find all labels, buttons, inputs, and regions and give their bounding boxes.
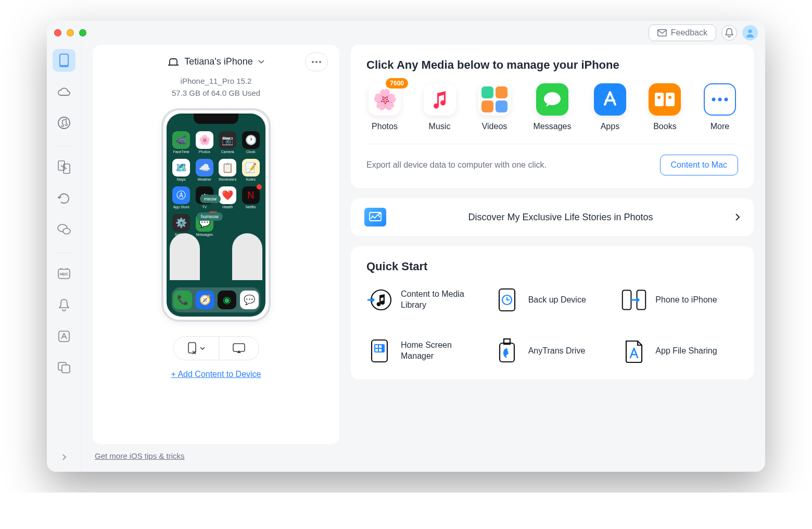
- airplay-icon: [233, 343, 245, 354]
- quick-content-library[interactable]: Content to Media Library: [366, 287, 484, 313]
- svg-point-8: [63, 229, 70, 234]
- sidebar-transfer[interactable]: [53, 156, 75, 179]
- media-card: Click Any Media below to manage your iPh…: [351, 45, 754, 188]
- sidebar: HEIC: [47, 45, 81, 472]
- chevron-down-icon: [200, 347, 205, 350]
- maximize-window[interactable]: [79, 29, 86, 36]
- sidebar-backup[interactable]: [53, 187, 75, 210]
- sidebar-media[interactable]: [53, 111, 75, 134]
- svg-rect-20: [666, 93, 675, 106]
- media-more[interactable]: More: [704, 83, 736, 131]
- device-actions: [173, 336, 259, 360]
- bubble-1: meow: [200, 195, 221, 203]
- media-apps[interactable]: Apps: [594, 83, 626, 131]
- svg-rect-19: [655, 93, 664, 106]
- close-window[interactable]: [54, 29, 61, 36]
- quick-app-file-sharing[interactable]: App File Sharing: [621, 338, 738, 364]
- sidebar-mirror[interactable]: [53, 356, 75, 379]
- media-music[interactable]: Music: [424, 83, 456, 131]
- user-icon: [745, 28, 755, 38]
- device-model: iPhone_11_Pro 15.2: [172, 75, 260, 87]
- svg-rect-18: [233, 344, 245, 351]
- bell-icon: [725, 28, 733, 37]
- svg-rect-31: [623, 290, 631, 309]
- mirror-button[interactable]: [219, 337, 259, 360]
- quick-anytrans-drive[interactable]: AnyTrans Drive: [494, 338, 611, 364]
- media-photos[interactable]: 🌸7600 Photos: [369, 83, 401, 131]
- quick-phone-to-phone[interactable]: Phone to iPhone: [621, 287, 738, 313]
- svg-rect-35: [375, 345, 378, 348]
- discover-icon: [364, 208, 386, 226]
- discover-text: Discover My Exclusive Life Stories in Ph…: [396, 212, 726, 223]
- avatar-button[interactable]: [742, 25, 758, 41]
- svg-point-27: [378, 212, 380, 215]
- svg-rect-0: [658, 30, 666, 36]
- minimize-window[interactable]: [67, 29, 74, 36]
- svg-rect-11: [59, 331, 69, 342]
- chevron-right-icon: [735, 213, 740, 221]
- device-storage: 57.3 GB of 64.0 GB Used: [172, 87, 260, 99]
- svg-point-14: [312, 61, 314, 63]
- feedback-label: Feedback: [671, 28, 707, 37]
- svg-rect-36: [379, 345, 382, 348]
- photos-badge: 7600: [386, 78, 408, 89]
- svg-point-25: [724, 98, 728, 102]
- svg-point-1: [748, 30, 752, 33]
- device-more-button[interactable]: [305, 53, 328, 71]
- sidebar-device[interactable]: [53, 49, 75, 72]
- quick-start-title: Quick Start: [366, 260, 738, 273]
- svg-rect-37: [375, 349, 378, 351]
- svg-rect-13: [62, 365, 70, 373]
- content-to-mac-button[interactable]: Content to Mac: [660, 155, 739, 175]
- media-videos[interactable]: Videos: [478, 83, 511, 131]
- svg-rect-38: [379, 349, 382, 351]
- export-description: Export all device data to computer with …: [366, 160, 547, 170]
- sidebar-cloud[interactable]: [53, 80, 75, 103]
- mail-icon: [657, 29, 667, 36]
- sidebar-apps[interactable]: [53, 325, 75, 348]
- sidebar-collapse[interactable]: [57, 450, 71, 464]
- phone-preview: 📹FaceTime 🌸Photos 📷Camera 🕐Clock 🗺️Maps …: [161, 108, 271, 322]
- titlebar: Feedback: [47, 21, 765, 45]
- app-window: Feedback: [47, 21, 765, 472]
- media-books[interactable]: Books: [649, 83, 681, 131]
- svg-point-22: [668, 96, 671, 99]
- chevron-down-icon: [258, 60, 264, 64]
- quick-start-card: Quick Start Content to Media Library Bac…: [351, 246, 754, 380]
- quick-backup[interactable]: Back up Device: [494, 287, 611, 313]
- traffic-lights: [54, 29, 86, 36]
- tips-link[interactable]: Get more iOS tips & tricks: [93, 451, 339, 460]
- sidebar-ringtone[interactable]: [53, 294, 75, 317]
- screenshot-button[interactable]: [174, 337, 219, 360]
- device-selector[interactable]: Tetiana's iPhone: [168, 56, 264, 67]
- svg-point-15: [315, 61, 318, 63]
- svg-point-23: [712, 98, 715, 102]
- quick-home-screen[interactable]: Home Screen Manager: [366, 338, 484, 364]
- svg-text:HEIC: HEIC: [59, 272, 68, 276]
- device-card: Tetiana's iPhone iPhone_11_Pro 15.2 57.3…: [93, 45, 339, 444]
- media-messages[interactable]: Messages: [534, 83, 572, 131]
- svg-point-21: [657, 96, 661, 99]
- sidebar-social[interactable]: [53, 218, 75, 241]
- svg-point-4: [58, 117, 70, 129]
- phone-crop-icon: [187, 342, 197, 355]
- svg-point-24: [718, 98, 721, 102]
- bubble-2: humeow: [197, 212, 223, 221]
- sidebar-heic[interactable]: HEIC: [53, 262, 75, 285]
- add-content-link[interactable]: + Add Content to Device: [171, 370, 261, 379]
- feedback-button[interactable]: Feedback: [649, 24, 716, 41]
- svg-point-16: [319, 61, 321, 63]
- device-name-label: Tetiana's iPhone: [184, 56, 253, 67]
- dots-icon: [311, 60, 322, 64]
- device-icon: [168, 58, 179, 66]
- discover-card[interactable]: Discover My Exclusive Life Stories in Ph…: [351, 198, 754, 236]
- svg-rect-3: [60, 55, 68, 65]
- notifications-button[interactable]: [721, 25, 737, 41]
- media-title: Click Any Media below to manage your iPh…: [366, 58, 738, 72]
